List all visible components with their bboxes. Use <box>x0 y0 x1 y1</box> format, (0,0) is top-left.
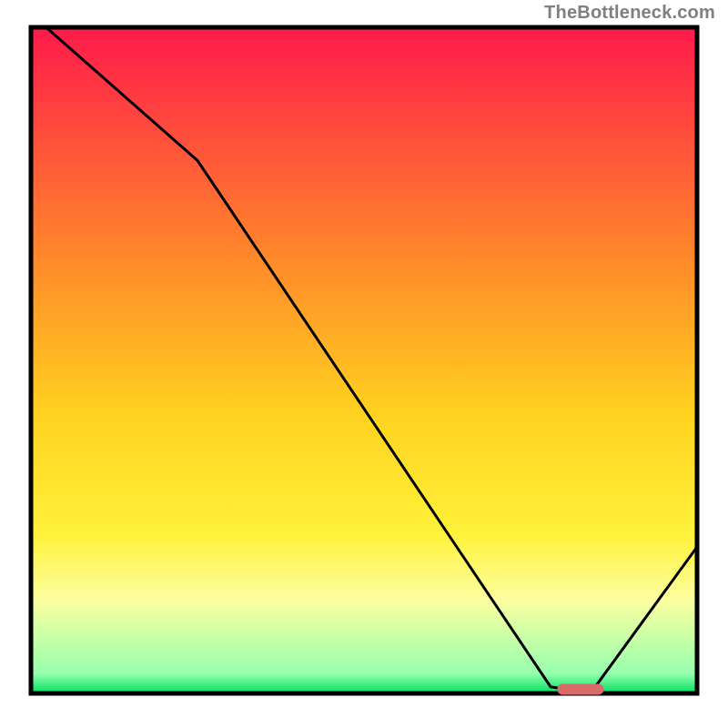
chart-svg <box>27 24 701 697</box>
bottleneck-heatmap-chart <box>27 24 701 697</box>
watermark-text: TheBottleneck.com <box>544 2 715 23</box>
optimal-zone-marker <box>557 684 603 695</box>
heatmap-background <box>31 27 697 693</box>
